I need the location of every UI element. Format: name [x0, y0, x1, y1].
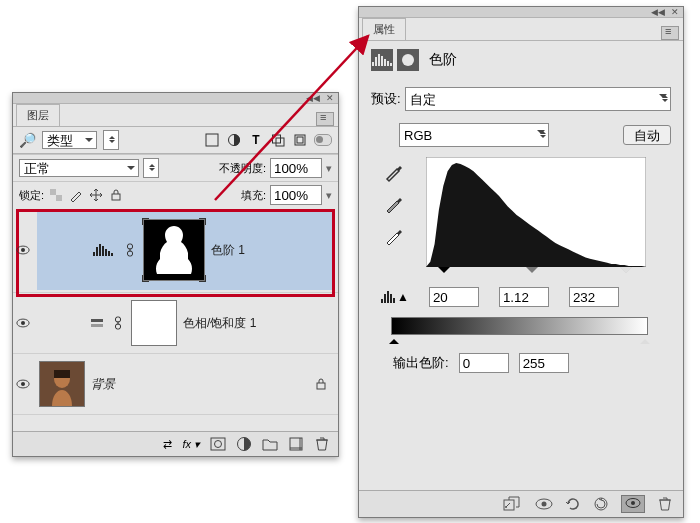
lock-all-icon[interactable] [108, 187, 124, 203]
preset-select[interactable]: 自定 [405, 87, 671, 111]
new-group-icon[interactable] [262, 436, 278, 452]
panel-collapse-bar[interactable]: ◀◀ ✕ [13, 93, 338, 104]
svg-rect-8 [112, 194, 120, 200]
link-layers-icon[interactable]: ⇄ [163, 438, 172, 451]
panel-menu-icon[interactable] [661, 26, 679, 40]
input-gamma-field[interactable] [499, 287, 549, 307]
white-point-eyedropper-icon[interactable] [383, 225, 405, 247]
auto-button[interactable]: 自动 [623, 125, 671, 145]
gray-point-eyedropper-icon[interactable] [383, 193, 405, 215]
clip-to-layer-icon[interactable] [503, 496, 523, 512]
svg-rect-7 [56, 195, 62, 201]
filter-adjust-icon[interactable] [226, 132, 242, 148]
warning-icon: ▲ [397, 290, 409, 304]
layer-name[interactable]: 色阶 1 [211, 242, 332, 259]
mask-mode-icon[interactable] [397, 49, 419, 71]
tab-properties[interactable]: 属性 [362, 18, 406, 40]
close-icon[interactable]: ✕ [326, 93, 334, 103]
add-mask-icon[interactable] [210, 436, 226, 452]
opacity-flyout-icon[interactable]: ▾ [326, 162, 332, 175]
delete-layer-icon[interactable] [314, 436, 330, 452]
close-icon[interactable]: ✕ [671, 7, 679, 17]
input-black-field[interactable] [429, 287, 479, 307]
output-white-field[interactable] [519, 353, 569, 373]
layer-mask-thumb[interactable] [143, 219, 205, 281]
panel-menu-icon[interactable] [316, 112, 334, 126]
levels-adjustment-icon [93, 244, 113, 256]
toggle-visibility-icon[interactable] [535, 496, 553, 512]
svg-rect-32 [504, 500, 514, 510]
layer-row-background[interactable]: 背景 [13, 354, 338, 415]
collapse-left-icon[interactable]: ◀◀ [651, 7, 665, 17]
input-white-field[interactable] [569, 287, 619, 307]
link-mask-icon[interactable] [123, 243, 137, 257]
layer-filter-bar: 🔎 类型 T [13, 127, 338, 154]
svg-point-10 [21, 248, 25, 252]
search-icon[interactable]: 🔎 [19, 132, 36, 148]
layer-list: 色阶 1 色相/饱和度 1 背景 [13, 208, 338, 431]
channel-select[interactable]: RGB [399, 123, 549, 147]
filter-kind-select[interactable]: 类型 [42, 131, 97, 149]
layer-name[interactable]: 色相/饱和度 1 [183, 315, 332, 332]
filter-toggle[interactable] [314, 134, 332, 146]
svg-rect-17 [91, 324, 103, 327]
svg-point-35 [542, 502, 547, 507]
panel-collapse-bar[interactable]: ◀◀ ✕ [359, 7, 683, 18]
fill-input[interactable] [270, 185, 322, 205]
view-all-icon[interactable] [621, 495, 645, 513]
adjustment-title: 色阶 [429, 51, 457, 69]
gamma-slider[interactable] [526, 267, 538, 279]
output-white-slider[interactable] [640, 334, 650, 344]
new-adjustment-icon[interactable] [236, 436, 252, 452]
blend-opacity-row: 正常 不透明度: ▾ [13, 154, 338, 181]
layer-name[interactable]: 背景 [91, 376, 308, 393]
collapse-left-icon[interactable]: ◀◀ [306, 93, 320, 103]
lock-label: 锁定: [19, 188, 44, 203]
svg-point-33 [505, 506, 507, 508]
levels-mini-icon [381, 291, 395, 303]
properties-panel: ◀◀ ✕ 属性 色阶 预设: 自定 RGB [358, 6, 684, 518]
preset-label: 预设: [371, 90, 401, 108]
visibility-icon[interactable] [16, 377, 30, 391]
svg-rect-0 [206, 134, 218, 146]
black-point-slider[interactable] [438, 267, 450, 279]
tab-layers[interactable]: 图层 [16, 104, 60, 126]
layer-row-levels[interactable]: 色阶 1 [13, 208, 338, 293]
reset-previous-icon[interactable] [565, 496, 581, 512]
output-black-field[interactable] [459, 353, 509, 373]
lock-icon[interactable] [314, 377, 328, 391]
layer-mask-thumb[interactable] [131, 300, 177, 346]
svg-rect-27 [211, 438, 225, 450]
filter-shape-icon[interactable] [270, 132, 286, 148]
link-mask-icon[interactable] [111, 316, 125, 330]
lock-transparent-icon[interactable] [48, 187, 64, 203]
layers-footer: ⇄ fx ▾ [13, 431, 338, 456]
white-point-slider[interactable] [620, 267, 632, 279]
svg-rect-5 [297, 137, 303, 143]
lock-position-icon[interactable] [88, 187, 104, 203]
levels-adjustment-icon [371, 49, 393, 71]
svg-rect-26 [317, 383, 325, 389]
lock-pixels-icon[interactable] [68, 187, 84, 203]
fill-flyout-icon[interactable]: ▾ [326, 189, 332, 202]
input-slider-track[interactable] [426, 267, 646, 281]
filter-type-icon[interactable]: T [248, 132, 264, 148]
layer-fx-icon[interactable]: fx ▾ [182, 438, 200, 451]
properties-footer [359, 490, 683, 517]
layer-image-thumb[interactable] [39, 361, 85, 407]
delete-adjustment-icon[interactable] [657, 496, 673, 512]
svg-rect-25 [54, 370, 70, 378]
filter-smart-icon[interactable] [292, 132, 308, 148]
visibility-icon[interactable] [16, 243, 30, 257]
svg-rect-6 [50, 189, 56, 195]
reset-default-icon[interactable] [593, 496, 609, 512]
layer-row-huesat[interactable]: 色相/饱和度 1 [13, 293, 338, 354]
visibility-icon[interactable] [16, 316, 30, 330]
black-point-eyedropper-icon[interactable] [383, 161, 405, 183]
opacity-input[interactable] [270, 158, 322, 178]
output-black-slider[interactable] [389, 334, 399, 344]
new-layer-icon[interactable] [288, 436, 304, 452]
output-gradient[interactable] [391, 317, 648, 335]
filter-pixel-icon[interactable] [204, 132, 220, 148]
blend-mode-select[interactable]: 正常 [19, 159, 139, 177]
